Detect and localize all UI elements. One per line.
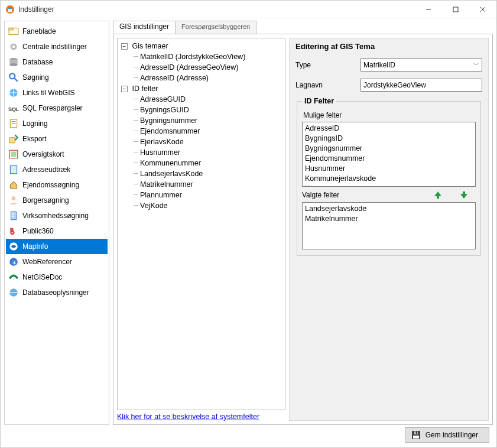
save-button[interactable]: Gem indstillinger [405,427,489,443]
list-item[interactable]: Husnummer [305,164,473,174]
close-button[interactable] [469,1,496,18]
tab-gis-indstillinger[interactable]: GIS indstillinger [113,21,176,34]
list-item[interactable]: AdresseID [305,124,473,134]
tree-view[interactable]: − Gis temaer ┈MatrikelID (JordstykkeGeoV… [117,38,285,410]
svg-text:SQL: SQL [8,106,19,112]
person-search-icon [8,195,19,206]
mulige-felter-listbox[interactable]: AdresseIDBygningsIDBygningsnummerEjendom… [302,122,476,187]
tree-leaf[interactable]: Bygningsnummer [140,116,197,125]
list-item[interactable]: Ejendomsnummer [305,154,473,164]
tree-collapse-icon[interactable]: − [121,43,128,50]
netgisedoc-icon [8,272,19,283]
tab-label: GIS indstillinger [119,22,169,31]
tree-leaf[interactable]: MatrikelID (JordstykkeGeoView) [140,53,245,61]
sidebar-item-centrale[interactable]: Centrale indstillinger [6,39,108,54]
sql-icon: SQL [8,103,19,113]
search-icon [8,72,19,83]
list-item[interactable]: Bygningsnummer [305,144,473,154]
svg-rect-8 [9,28,13,30]
tree-leaf[interactable]: Kommunenummer [140,159,201,167]
sidebar-item-faneblade[interactable]: Faneblade [6,24,108,39]
sidebar-item-adresseudtraek[interactable]: Adresseudtræk [6,162,108,177]
tab-foresporgselsbyggeren[interactable]: Forespørgselsbyggeren [175,21,256,34]
tree-leaf[interactable]: Matrikelnummer [140,180,193,189]
sidebar-item-borgersogning[interactable]: Borgersøgning [6,193,108,208]
tree-leaf[interactable]: AdresseID (Adresse) [140,74,209,82]
sidebar-item-ejendomssogning[interactable]: Ejendomssøgning [6,177,108,193]
tree-leaf-icon: ┈ [132,200,140,211]
sidebar-item-netgisedoc[interactable]: NetGISeDoc [6,270,108,285]
sidebar-item-logning[interactable]: Logning [6,116,108,131]
mulige-label: Mulige felter [303,111,476,119]
sidebar-item-eksport[interactable]: Eksport [6,131,108,147]
svg-point-14 [9,73,15,79]
tree-leaf[interactable]: AdresseGUID [140,95,186,103]
chevron-down-icon: ﹀ [473,61,479,69]
svg-rect-27 [12,213,14,215]
list-item[interactable]: Matrikelnummer [305,214,473,224]
valgte-felter-listbox[interactable]: LandsejerlavskodeMatrikelnummer [302,202,476,249]
svg-line-15 [14,78,18,82]
sidebar-item-label: Centrale indstillinger [22,43,87,51]
sidebar-item-label: Public360 [22,227,54,235]
svg-rect-23 [11,152,17,157]
sidebar-item-sogning[interactable]: Søgning [6,70,108,85]
help-link[interactable]: Klik her for at se beskrivelse af system… [117,413,285,421]
maximize-button[interactable] [442,1,469,18]
list-item[interactable]: Kommunenummer [305,184,473,187]
tree-leaf-icon: ┈ [132,168,140,179]
tree-leaf[interactable]: LandsejerlavsKode [140,170,203,178]
sidebar-item-virksomhedssogning[interactable]: Virksomhedssøgning [6,208,108,223]
tab-panel-gis: − Gis temaer ┈MatrikelID (JordstykkeGeoV… [113,34,493,425]
tree-node-themes[interactable]: Gis temaer [132,42,168,50]
move-up-button[interactable] [433,190,443,200]
tree-leaf[interactable]: VejKode [140,202,168,210]
titlebar: Indstillinger [1,1,496,18]
sidebar-item-label: SQL Forespørgsler [22,104,83,112]
app-icon [5,5,15,14]
valgte-label: Valgte felter [302,191,417,199]
tab-label: Forespørgselsbyggeren [181,23,250,30]
tree-leaf-icon: ┈ [132,137,140,147]
tree-leaf-icon: ┈ [132,62,140,73]
sidebar-item-database[interactable]: Database [6,54,108,70]
export-icon [8,134,19,144]
database-icon [8,57,19,67]
sidebar-item-label: Faneblade [22,27,56,35]
svg-point-10 [12,46,15,48]
tree-leaf-icon: ┈ [132,190,140,200]
list-item[interactable]: Landsejerlavskode [305,204,473,214]
public360-icon [8,226,19,236]
type-select[interactable]: MatrikelID ﹀ [360,59,482,72]
list-item[interactable]: Kommunejerlavskode [305,174,473,184]
sidebar-item-label: Logning [22,119,48,128]
tree-leaf[interactable]: BygningsGUID [140,106,189,114]
sidebar-item-links[interactable]: Links til WebGIS [6,85,108,100]
sidebar-item-oversigtskort[interactable]: Oversigtskort [6,147,108,162]
sidebar-item-webreferencer[interactable]: ✶ WebReferencer [6,254,108,270]
sidebar-item-databaseoplysninger[interactable]: Databaseoplysninger [6,285,108,300]
svg-point-13 [9,63,18,66]
tree-leaf[interactable]: AdresseID (AdresseGeoView) [140,63,239,72]
tree-leaf[interactable]: EjerlavsKode [140,138,184,146]
tree-leaf[interactable]: Ejendomsnummer [140,127,200,135]
tree-collapse-icon[interactable]: − [121,86,128,92]
editor-panel: Editering af GIS Tema Type MatrikelID ﹀ … [289,38,489,421]
sidebar-item-label: NetGISeDoc [22,273,62,281]
minimize-button[interactable] [415,1,442,18]
save-disk-icon [411,430,421,440]
globe-link-icon [8,87,19,98]
sidebar-item-mapinfo[interactable]: MapInfo [6,239,108,254]
svg-rect-34 [413,436,419,439]
list-item[interactable]: BygningsID [305,134,473,144]
tabs-icon [8,26,19,37]
tree-node-idfields[interactable]: ID felter [132,85,158,93]
tree-leaf[interactable]: Husnummer [140,148,180,157]
sidebar-item-public360[interactable]: Public360 [6,223,108,239]
gear-icon [8,41,19,52]
tree-leaf[interactable]: Plannummer [140,191,182,199]
lagnavn-input[interactable] [360,79,482,92]
save-button-label: Gem indstillinger [425,431,478,439]
move-down-button[interactable] [459,190,469,200]
sidebar-item-sql[interactable]: SQL SQL Forespørgsler [6,100,108,116]
